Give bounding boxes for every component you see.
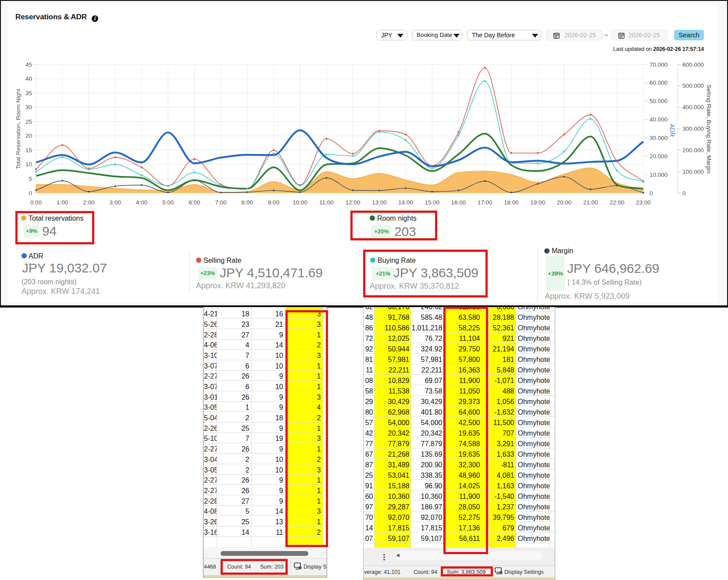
svg-text:22:00: 22:00	[610, 199, 625, 206]
svg-text:19:00: 19:00	[530, 199, 545, 206]
svg-text:100.000: 100.000	[682, 168, 704, 175]
svg-text:10: 10	[25, 161, 32, 168]
svg-text:50.000: 50.000	[649, 98, 667, 104]
svg-text:20: 20	[25, 132, 32, 139]
svg-text:600.000: 600.000	[682, 61, 704, 68]
svg-text:500.000: 500.000	[682, 82, 704, 89]
svg-text:7:00: 7:00	[215, 199, 226, 206]
svg-text:70.000: 70.000	[649, 61, 667, 68]
svg-text:3:00: 3:00	[110, 199, 121, 206]
svg-text:200.000: 200.000	[682, 147, 704, 154]
svg-text:12:00: 12:00	[346, 199, 360, 206]
svg-text:5:00: 5:00	[162, 199, 174, 206]
svg-text:35: 35	[25, 90, 32, 97]
svg-text:60.000: 60.000	[649, 79, 667, 86]
svg-text:5: 5	[29, 175, 32, 182]
svg-text:15: 15	[25, 147, 32, 154]
svg-text:10:00: 10:00	[293, 199, 307, 206]
svg-text:23:00: 23:00	[636, 199, 651, 206]
svg-text:6:00: 6:00	[189, 199, 200, 206]
svg-text:13:00: 13:00	[372, 199, 387, 206]
svg-text:4:00: 4:00	[136, 199, 147, 206]
svg-text:300.000: 300.000	[682, 125, 704, 132]
svg-text:0: 0	[29, 190, 32, 197]
svg-text:30.000: 30.000	[649, 135, 667, 141]
svg-text:40.000: 40.000	[649, 116, 667, 123]
svg-text:40: 40	[25, 75, 32, 82]
svg-text:21:00: 21:00	[583, 199, 598, 206]
svg-text:2:00: 2:00	[83, 199, 94, 206]
svg-text:0:00: 0:00	[30, 199, 42, 206]
svg-text:10.000: 10.000	[649, 172, 667, 178]
svg-text:ADR: ADR	[669, 124, 676, 137]
svg-text:1:00: 1:00	[57, 199, 68, 206]
svg-text:9:00: 9:00	[268, 199, 279, 206]
svg-text:Total Reservation, Room Night: Total Reservation, Room Night	[15, 89, 21, 169]
svg-text:17:00: 17:00	[478, 199, 492, 206]
svg-text:0: 0	[649, 190, 653, 197]
svg-text:400.000: 400.000	[682, 104, 704, 111]
svg-text:20.000: 20.000	[649, 153, 667, 160]
svg-text:15:00: 15:00	[425, 199, 439, 206]
svg-text:11:00: 11:00	[319, 199, 334, 206]
svg-text:25: 25	[25, 118, 32, 125]
svg-text:8:00: 8:00	[242, 199, 253, 206]
svg-text:45: 45	[25, 61, 32, 68]
svg-text:18:00: 18:00	[504, 199, 519, 206]
svg-text:Selling Rate, Buying Rate, Mar: Selling Rate, Buying Rate, Margin	[706, 85, 712, 174]
svg-text:20:00: 20:00	[557, 199, 571, 206]
svg-text:30: 30	[25, 104, 32, 111]
svg-text:0: 0	[682, 190, 686, 197]
svg-text:14:00: 14:00	[398, 199, 413, 206]
svg-text:16:00: 16:00	[451, 199, 466, 206]
